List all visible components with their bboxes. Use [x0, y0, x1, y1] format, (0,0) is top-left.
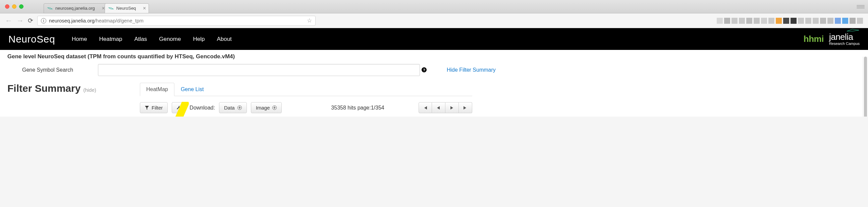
tab-title: neuroseq.janelia.org [55, 6, 95, 11]
window-zoom-icon[interactable] [19, 4, 24, 9]
download-icon [238, 105, 242, 110]
janelia-logo: janelia Research Campus [829, 33, 860, 45]
extension-icon[interactable] [828, 18, 833, 24]
result-tab-gene-list[interactable]: Gene List [175, 83, 210, 96]
extension-icon[interactable] [849, 18, 856, 24]
download-label: Download: [189, 105, 215, 111]
browser-tab-0[interactable]: neuroseq.janelia.org × [43, 3, 108, 13]
search-input-wrap: ? [98, 64, 420, 76]
site-navbar: NeuroSeq HomeHeatmapAtlasGenomeHelpAbout… [0, 28, 868, 50]
extension-icon[interactable] [813, 18, 819, 24]
filter-summary-hide-link[interactable]: (hide) [83, 87, 96, 93]
extension-icon[interactable] [798, 18, 804, 24]
main-content: Gene level NeuroSeq dataset (TPM from co… [0, 50, 868, 116]
hits-text: 35358 hits page:1/354 [331, 105, 384, 111]
page-next-button[interactable] [445, 102, 459, 113]
bookmark-star-icon[interactable]: ☆ [307, 17, 312, 24]
page-first-button[interactable] [418, 102, 432, 113]
tab-title: NeuroSeq [116, 6, 136, 11]
site-brand[interactable]: NeuroSeq [8, 34, 55, 45]
scrollbar-track[interactable] [863, 57, 868, 116]
nav-link-heatmap[interactable]: Heatmap [99, 36, 122, 42]
nav-forward-icon[interactable]: → [17, 16, 24, 25]
page-prev-button[interactable] [432, 102, 445, 113]
janelia-subtext: Research Campus [829, 42, 860, 45]
hide-filter-summary-link[interactable]: Hide Filter Summary [447, 67, 496, 73]
tab-favicon-icon [108, 6, 114, 10]
browser-toolbar: ← → ⟳ i neuroseq.janelia.org/heatmap/d/g… [0, 13, 868, 28]
nav-link-home[interactable]: Home [72, 36, 87, 42]
page-last-button[interactable] [459, 102, 472, 113]
extension-icon[interactable] [739, 18, 745, 24]
extension-icon[interactable] [746, 18, 752, 24]
page-content: NeuroSeq HomeHeatmapAtlasGenomeHelpAbout… [0, 28, 868, 116]
url-text: neuroseq.janelia.org/heatmap/d/gene_tpm [49, 18, 144, 24]
results-panel: HeatMapGene List Filter Download: Data [140, 83, 472, 113]
results-toolbar: Filter Download: Data Image 35358 hits p [140, 102, 472, 113]
window-minimize-icon[interactable] [12, 4, 17, 9]
gene-search-row: Gene Symbol Search ? Hide Filter Summary [7, 64, 861, 76]
nav-link-genome[interactable]: Genome [159, 36, 181, 42]
tab-favicon-icon [47, 6, 53, 10]
filter-summary-heading: Filter Summary (hide) [7, 83, 140, 94]
tab-close-icon[interactable]: × [143, 5, 146, 11]
address-bar[interactable]: i neuroseq.janelia.org/heatmap/d/gene_tp… [37, 16, 316, 26]
janelia-mark-icon [846, 29, 860, 32]
dataset-description: Gene level NeuroSeq dataset (TPM from co… [7, 53, 861, 60]
reload-icon[interactable]: ⟳ [28, 17, 33, 25]
extension-icon[interactable] [724, 18, 730, 24]
url-path: /heatmap/d/gene_tpm [95, 18, 144, 24]
filter-summary-title: Filter Summary [7, 83, 81, 94]
download-image-button[interactable]: Image [251, 102, 282, 113]
partner-logos: hhmi janelia Research Campus [804, 33, 860, 45]
extension-icon[interactable] [761, 18, 767, 24]
url-host: neuroseq.janelia.org [49, 18, 95, 24]
extension-icon[interactable] [842, 18, 848, 24]
window-close-icon[interactable] [5, 4, 9, 9]
search-label: Gene Symbol Search [7, 67, 88, 73]
browser-tab-strip: neuroseq.janelia.org × NeuroSeq × [0, 0, 868, 13]
janelia-text: janelia [829, 33, 853, 41]
extension-icon[interactable] [805, 18, 811, 24]
nav-back-icon[interactable]: ← [5, 16, 12, 25]
hhmi-logo: hhmi [804, 34, 824, 44]
extension-icon[interactable] [776, 18, 782, 24]
filter-button[interactable]: Filter [140, 102, 168, 113]
nav-link-atlas[interactable]: Atlas [134, 36, 147, 42]
extension-icon[interactable] [783, 18, 789, 24]
extension-icon[interactable] [732, 18, 738, 24]
extension-icon[interactable] [754, 18, 760, 24]
browser-tab-1[interactable]: NeuroSeq × [105, 3, 149, 13]
gene-search-input[interactable] [98, 64, 420, 76]
wrench-icon [176, 105, 181, 110]
extension-icon[interactable] [835, 18, 841, 24]
hamburger-menu-icon[interactable] [857, 5, 865, 8]
result-tab-row: HeatMapGene List [140, 83, 472, 96]
nav-link-about[interactable]: About [217, 36, 231, 42]
pagination [418, 102, 472, 113]
download-icon [272, 105, 277, 110]
extension-icon[interactable] [857, 18, 863, 24]
site-info-icon[interactable]: i [41, 18, 46, 24]
download-data-label: Data [224, 105, 235, 110]
help-icon[interactable]: ? [422, 67, 427, 72]
scrollbar-thumb[interactable] [864, 57, 867, 116]
bottom-row: Filter Summary (hide) HeatMapGene List F… [7, 83, 861, 113]
funnel-icon [145, 106, 149, 110]
extension-icon[interactable] [820, 18, 826, 24]
download-data-button[interactable]: Data [219, 102, 247, 113]
extension-icon[interactable] [768, 18, 774, 24]
window-traffic-lights [5, 4, 24, 9]
download-image-label: Image [256, 105, 270, 110]
extension-icon[interactable] [790, 18, 797, 24]
result-tab-heatmap[interactable]: HeatMap [140, 83, 175, 96]
extension-icon-strip [717, 18, 863, 24]
filter-button-label: Filter [152, 105, 163, 110]
extension-icon[interactable] [717, 18, 723, 24]
settings-button[interactable] [172, 102, 185, 113]
nav-link-help[interactable]: Help [193, 36, 205, 42]
nav-links: HomeHeatmapAtlasGenomeHelpAbout [72, 36, 232, 42]
